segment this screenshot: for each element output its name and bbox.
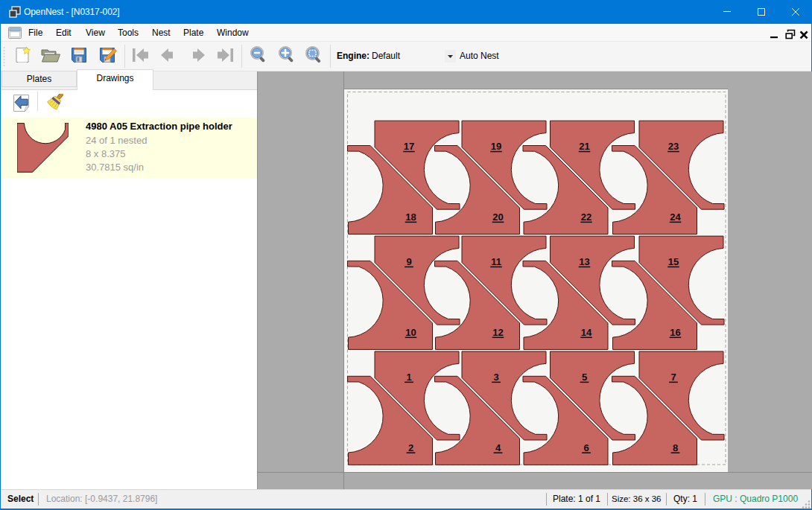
svg-text:15: 15: [668, 256, 679, 267]
svg-text:18: 18: [405, 211, 416, 223]
svg-text:7: 7: [670, 372, 676, 383]
svg-text:23: 23: [668, 141, 679, 152]
svg-text:22: 22: [581, 211, 591, 223]
svg-text:8: 8: [673, 442, 678, 453]
svg-text:24: 24: [670, 211, 681, 223]
svg-text:11: 11: [491, 256, 501, 267]
svg-text:5: 5: [582, 372, 587, 383]
svg-text:17: 17: [404, 141, 414, 152]
svg-text:6: 6: [583, 442, 589, 453]
svg-text:14: 14: [581, 327, 592, 338]
svg-text:9: 9: [406, 256, 411, 267]
svg-text:21: 21: [579, 141, 589, 152]
svg-text:2: 2: [408, 442, 413, 453]
svg-text:16: 16: [670, 327, 680, 338]
svg-text:20: 20: [492, 211, 503, 223]
svg-text:19: 19: [491, 141, 501, 152]
svg-text:10: 10: [405, 327, 416, 338]
svg-text:4: 4: [495, 442, 501, 453]
svg-text:12: 12: [492, 327, 503, 338]
svg-text:3: 3: [493, 372, 498, 383]
svg-text:1: 1: [406, 372, 411, 383]
svg-text:13: 13: [579, 256, 589, 267]
